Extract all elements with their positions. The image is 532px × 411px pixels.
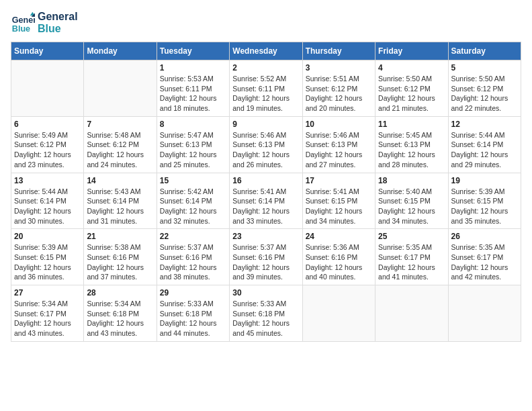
- calendar-cell: 24Sunrise: 5:36 AMSunset: 6:16 PMDayligh…: [302, 229, 375, 285]
- day-number: 8: [160, 120, 226, 129]
- day-number: 3: [306, 63, 372, 73]
- day-number: 20: [14, 232, 81, 241]
- day-number: 11: [378, 120, 445, 129]
- calendar-cell: 4Sunrise: 5:50 AMSunset: 6:12 PMDaylight…: [375, 60, 448, 117]
- day-number: 18: [378, 176, 445, 185]
- calendar-week-2: 6Sunrise: 5:49 AMSunset: 6:12 PMDaylight…: [11, 116, 521, 173]
- day-number: 6: [14, 120, 81, 129]
- logo: General Blue General Blue: [11, 11, 78, 35]
- day-info: Sunrise: 5:42 AMSunset: 6:14 PMDaylight:…: [160, 187, 226, 226]
- day-info: Sunrise: 5:33 AMSunset: 6:18 PMDaylight:…: [232, 299, 299, 338]
- calendar-cell: 5Sunrise: 5:50 AMSunset: 6:12 PMDaylight…: [448, 60, 521, 117]
- calendar-week-1: 1Sunrise: 5:53 AMSunset: 6:11 PMDaylight…: [11, 60, 521, 117]
- day-number: 29: [160, 288, 226, 298]
- day-number: 15: [160, 176, 226, 185]
- day-info: Sunrise: 5:34 AMSunset: 6:17 PMDaylight:…: [14, 299, 81, 338]
- day-number: 19: [451, 176, 518, 185]
- day-number: 28: [87, 288, 153, 298]
- calendar-cell: 18Sunrise: 5:40 AMSunset: 6:15 PMDayligh…: [375, 173, 448, 229]
- day-info: Sunrise: 5:33 AMSunset: 6:18 PMDaylight:…: [160, 299, 226, 338]
- day-number: 4: [378, 63, 445, 73]
- calendar-cell: 22Sunrise: 5:37 AMSunset: 6:16 PMDayligh…: [157, 229, 229, 285]
- calendar-cell: 29Sunrise: 5:33 AMSunset: 6:18 PMDayligh…: [157, 285, 229, 342]
- calendar-cell: 26Sunrise: 5:35 AMSunset: 6:17 PMDayligh…: [448, 229, 521, 285]
- day-number: 27: [14, 288, 81, 298]
- day-info: Sunrise: 5:36 AMSunset: 6:16 PMDaylight:…: [306, 242, 372, 282]
- calendar-cell: 11Sunrise: 5:45 AMSunset: 6:13 PMDayligh…: [375, 116, 448, 173]
- calendar-cell: [302, 285, 375, 342]
- day-info: Sunrise: 5:47 AMSunset: 6:13 PMDaylight:…: [160, 130, 226, 170]
- header-cell-wednesday: Wednesday: [230, 42, 302, 60]
- day-number: 23: [232, 232, 299, 241]
- day-number: 10: [306, 120, 372, 129]
- calendar-cell: 25Sunrise: 5:35 AMSunset: 6:17 PMDayligh…: [375, 229, 448, 285]
- day-number: 30: [232, 288, 299, 298]
- day-info: Sunrise: 5:51 AMSunset: 6:12 PMDaylight:…: [306, 74, 372, 113]
- header-row: SundayMondayTuesdayWednesdayThursdayFrid…: [11, 42, 521, 60]
- day-number: 1: [160, 63, 226, 73]
- day-info: Sunrise: 5:48 AMSunset: 6:12 PMDaylight:…: [87, 130, 153, 170]
- day-info: Sunrise: 5:43 AMSunset: 6:14 PMDaylight:…: [87, 187, 153, 226]
- day-number: 7: [87, 120, 153, 129]
- calendar-cell: 30Sunrise: 5:33 AMSunset: 6:18 PMDayligh…: [230, 285, 302, 342]
- calendar-cell: [84, 60, 157, 117]
- day-info: Sunrise: 5:35 AMSunset: 6:17 PMDaylight:…: [378, 242, 445, 282]
- day-info: Sunrise: 5:52 AMSunset: 6:11 PMDaylight:…: [232, 74, 299, 113]
- calendar-cell: 1Sunrise: 5:53 AMSunset: 6:11 PMDaylight…: [157, 60, 229, 117]
- calendar-cell: 27Sunrise: 5:34 AMSunset: 6:17 PMDayligh…: [11, 285, 84, 342]
- calendar-week-4: 20Sunrise: 5:39 AMSunset: 6:15 PMDayligh…: [11, 229, 521, 285]
- page-header: General Blue General Blue: [11, 11, 521, 35]
- calendar-cell: 2Sunrise: 5:52 AMSunset: 6:11 PMDaylight…: [230, 60, 302, 117]
- calendar-cell: 21Sunrise: 5:38 AMSunset: 6:16 PMDayligh…: [84, 229, 157, 285]
- day-info: Sunrise: 5:39 AMSunset: 6:15 PMDaylight:…: [451, 187, 518, 226]
- header-cell-tuesday: Tuesday: [157, 42, 229, 60]
- day-info: Sunrise: 5:49 AMSunset: 6:12 PMDaylight:…: [14, 130, 81, 170]
- calendar-table: SundayMondayTuesdayWednesdayThursdayFrid…: [11, 42, 521, 342]
- svg-text:Blue: Blue: [12, 24, 30, 34]
- header-cell-sunday: Sunday: [11, 42, 84, 60]
- day-number: 16: [232, 176, 299, 185]
- day-number: 14: [87, 176, 153, 185]
- calendar-cell: [11, 60, 84, 117]
- calendar-cell: 19Sunrise: 5:39 AMSunset: 6:15 PMDayligh…: [448, 173, 521, 229]
- calendar-cell: 13Sunrise: 5:44 AMSunset: 6:14 PMDayligh…: [11, 173, 84, 229]
- calendar-cell: 8Sunrise: 5:47 AMSunset: 6:13 PMDaylight…: [157, 116, 229, 173]
- calendar-cell: 12Sunrise: 5:44 AMSunset: 6:14 PMDayligh…: [448, 116, 521, 173]
- day-info: Sunrise: 5:37 AMSunset: 6:16 PMDaylight:…: [160, 242, 226, 282]
- day-info: Sunrise: 5:46 AMSunset: 6:13 PMDaylight:…: [306, 130, 372, 170]
- calendar-cell: 28Sunrise: 5:34 AMSunset: 6:18 PMDayligh…: [84, 285, 157, 342]
- day-info: Sunrise: 5:40 AMSunset: 6:15 PMDaylight:…: [378, 187, 445, 226]
- header-cell-monday: Monday: [84, 42, 157, 60]
- day-number: 17: [306, 176, 372, 185]
- day-info: Sunrise: 5:39 AMSunset: 6:15 PMDaylight:…: [14, 242, 81, 282]
- calendar-cell: 15Sunrise: 5:42 AMSunset: 6:14 PMDayligh…: [157, 173, 229, 229]
- calendar-cell: 7Sunrise: 5:48 AMSunset: 6:12 PMDaylight…: [84, 116, 157, 173]
- calendar-cell: 20Sunrise: 5:39 AMSunset: 6:15 PMDayligh…: [11, 229, 84, 285]
- day-number: 21: [87, 232, 153, 241]
- day-number: 26: [451, 232, 518, 241]
- day-info: Sunrise: 5:34 AMSunset: 6:18 PMDaylight:…: [87, 299, 153, 338]
- header-cell-thursday: Thursday: [302, 42, 375, 60]
- calendar-week-5: 27Sunrise: 5:34 AMSunset: 6:17 PMDayligh…: [11, 285, 521, 342]
- day-info: Sunrise: 5:41 AMSunset: 6:15 PMDaylight:…: [306, 187, 372, 226]
- day-number: 9: [232, 120, 299, 129]
- calendar-week-3: 13Sunrise: 5:44 AMSunset: 6:14 PMDayligh…: [11, 173, 521, 229]
- day-info: Sunrise: 5:50 AMSunset: 6:12 PMDaylight:…: [451, 74, 518, 113]
- day-info: Sunrise: 5:38 AMSunset: 6:16 PMDaylight:…: [87, 242, 153, 282]
- day-info: Sunrise: 5:50 AMSunset: 6:12 PMDaylight:…: [378, 74, 445, 113]
- calendar-cell: 9Sunrise: 5:46 AMSunset: 6:13 PMDaylight…: [230, 116, 302, 173]
- calendar-header: SundayMondayTuesdayWednesdayThursdayFrid…: [11, 42, 521, 60]
- calendar-cell: 17Sunrise: 5:41 AMSunset: 6:15 PMDayligh…: [302, 173, 375, 229]
- day-info: Sunrise: 5:53 AMSunset: 6:11 PMDaylight:…: [160, 74, 226, 113]
- calendar-body: 1Sunrise: 5:53 AMSunset: 6:11 PMDaylight…: [11, 60, 521, 342]
- day-info: Sunrise: 5:44 AMSunset: 6:14 PMDaylight:…: [451, 130, 518, 170]
- day-number: 25: [378, 232, 445, 241]
- day-number: 5: [451, 63, 518, 73]
- logo-blue: Blue: [38, 23, 78, 35]
- day-info: Sunrise: 5:37 AMSunset: 6:16 PMDaylight:…: [232, 242, 299, 282]
- header-cell-saturday: Saturday: [448, 42, 521, 60]
- day-info: Sunrise: 5:35 AMSunset: 6:17 PMDaylight:…: [451, 242, 518, 282]
- calendar-cell: 23Sunrise: 5:37 AMSunset: 6:16 PMDayligh…: [230, 229, 302, 285]
- day-info: Sunrise: 5:41 AMSunset: 6:14 PMDaylight:…: [232, 187, 299, 226]
- logo-general: General: [38, 11, 78, 23]
